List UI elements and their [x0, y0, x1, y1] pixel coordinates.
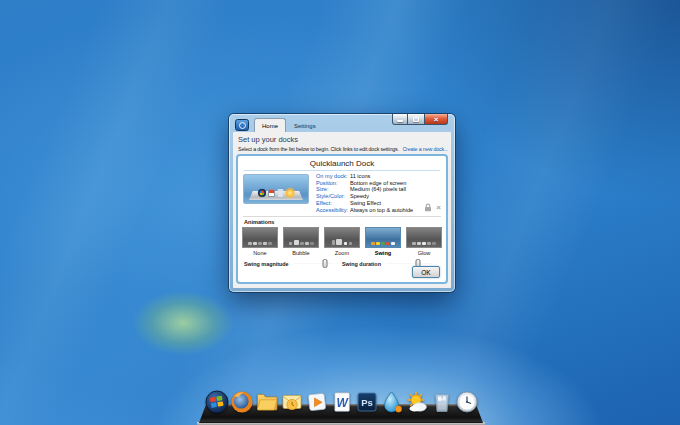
animation-option: Zoom [324, 227, 360, 256]
size-link[interactable]: Size: [316, 186, 350, 193]
mini-icon [332, 240, 335, 245]
mini-icon [432, 242, 436, 246]
tab-settings-label: Settings [294, 123, 316, 129]
mini-icon [344, 242, 348, 246]
photoshop-icon[interactable]: Ps [355, 390, 379, 414]
desktop: W Ps × Home [0, 0, 680, 425]
mini-dock [284, 240, 318, 245]
tab-home-label: Home [262, 123, 278, 129]
mini-icon [427, 242, 431, 246]
effect-link[interactable]: Effect: [316, 200, 350, 207]
outlook-icon[interactable] [280, 390, 304, 414]
on-my-dock-link[interactable]: On my dock: [316, 173, 350, 180]
water-drop-icon[interactable] [380, 390, 404, 414]
mini-icon [371, 242, 375, 246]
dock: W Ps [0, 381, 680, 425]
animation-option: Bubble [283, 227, 319, 256]
swing-magnitude-slider[interactable] [294, 263, 334, 264]
mini-icon [336, 239, 342, 245]
detail-row: On my dock: 11 icons [316, 173, 413, 180]
swing-duration-slider[interactable] [386, 263, 432, 264]
page-title: Set up your docks [238, 135, 298, 144]
size-value: Medium (64) pixels tall [350, 186, 406, 193]
media-player-icon[interactable] [305, 390, 329, 414]
position-value: Bottom edge of screen [350, 180, 406, 187]
accessibility-link[interactable]: Accessibility: [316, 207, 350, 214]
mini-icon [258, 242, 262, 246]
mini-icon [294, 240, 299, 245]
instruction-text: Select a dock from the list below to beg… [238, 146, 399, 152]
windows-icon [258, 189, 266, 197]
delete-icon[interactable]: × [436, 204, 441, 212]
window-client-area: Set up your docks Select a dock from the… [233, 132, 451, 288]
ok-button[interactable]: OK [412, 266, 440, 278]
firefox-icon[interactable] [230, 390, 254, 414]
position-link[interactable]: Position: [316, 180, 350, 187]
mini-icon [263, 242, 267, 246]
clock-icon[interactable] [455, 390, 479, 414]
window-controls: × [392, 114, 448, 125]
mini-icon [349, 242, 353, 246]
accessibility-value: Always on top & autohide [350, 207, 413, 214]
swing-magnitude-label: Swing magnitude [244, 261, 289, 267]
mini-icon [268, 242, 272, 246]
animation-option: Glow [406, 227, 442, 256]
preview-icons [244, 189, 308, 197]
tab-home[interactable]: Home [254, 118, 286, 132]
detail-row: Effect: Swing Effect [316, 200, 413, 207]
svg-text:Ps: Ps [361, 397, 373, 408]
mini-icon [310, 242, 314, 246]
animation-none-label: None [242, 250, 278, 256]
style-color-value: Speedy [350, 193, 369, 200]
animation-zoom-thumbnail[interactable] [324, 227, 360, 248]
minimize-icon [397, 120, 403, 122]
swing-magnitude-group: Swing magnitude [244, 261, 342, 267]
mini-dock [366, 242, 400, 246]
on-my-dock-value: 11 icons [350, 173, 370, 180]
calendar-icon [268, 189, 275, 197]
dock-icons: W Ps [205, 390, 479, 414]
dock-settings-window: × Home Settings Set up your docks Select… [229, 114, 455, 292]
instruction-row: Select a dock from the list below to beg… [238, 146, 448, 152]
objectdock-logo-icon [235, 119, 249, 131]
weather-icon[interactable] [405, 390, 429, 414]
animation-glow-label: Glow [406, 250, 442, 256]
tab-settings[interactable]: Settings [286, 118, 324, 132]
maximize-icon [413, 117, 419, 122]
detail-row: Position: Bottom edge of screen [316, 180, 413, 187]
lock-icon[interactable] [424, 203, 432, 212]
animation-bubble-thumbnail[interactable] [283, 227, 319, 248]
animation-zoom-label: Zoom [324, 250, 360, 256]
detail-row: Style/Color: Speedy [316, 193, 413, 200]
sun-icon [286, 189, 294, 197]
style-color-link[interactable]: Style/Color: [316, 193, 350, 200]
dock-panel-title: Quicklaunch Dock [238, 159, 446, 168]
animation-swing-label: Swing [365, 250, 401, 256]
windows-icon[interactable] [205, 390, 229, 414]
animation-options: None Bubble [238, 227, 446, 256]
animation-none-thumbnail[interactable] [242, 227, 278, 248]
mini-icon [305, 242, 309, 246]
svg-text:W: W [337, 396, 350, 410]
swing-sliders: Swing magnitude Swing duration [244, 261, 440, 267]
dock-preview-thumbnail[interactable] [243, 174, 309, 204]
animation-swing-thumbnail[interactable] [365, 227, 401, 248]
mini-icon [248, 242, 252, 246]
dock-summary: On my dock: 11 icons Position: Bottom ed… [238, 171, 446, 215]
recycle-bin-icon [277, 189, 284, 197]
swing-magnitude-slider-thumb[interactable] [323, 259, 328, 268]
animation-glow-thumbnail[interactable] [406, 227, 442, 248]
minimize-button[interactable] [392, 114, 408, 125]
create-new-dock-link[interactable]: Create a new dock... [402, 146, 448, 152]
close-button[interactable]: × [424, 114, 448, 125]
dock-tools: × [424, 203, 441, 212]
mini-icon [386, 242, 390, 246]
word-icon[interactable]: W [330, 390, 354, 414]
maximize-button[interactable] [408, 114, 424, 125]
folder-icon[interactable] [255, 390, 279, 414]
animations-divider [243, 216, 441, 217]
swing-duration-label: Swing duration [342, 261, 381, 267]
recycle-bin-icon[interactable] [430, 390, 454, 414]
animation-bubble-label: Bubble [283, 250, 319, 256]
animation-option: Swing [365, 227, 401, 256]
